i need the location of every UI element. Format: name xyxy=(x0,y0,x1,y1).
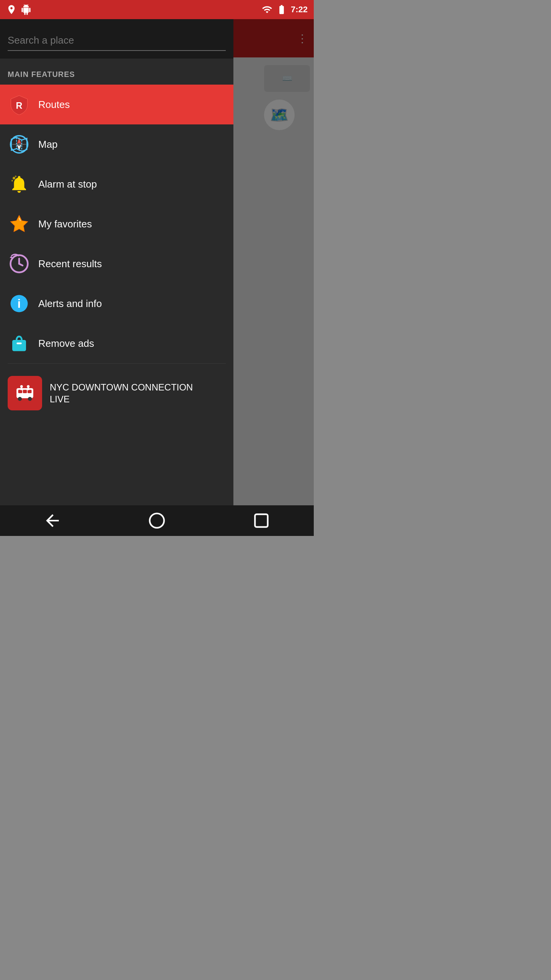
back-button[interactable] xyxy=(37,509,68,532)
svg-point-7 xyxy=(11,180,13,182)
svg-rect-19 xyxy=(23,390,27,393)
status-bar-left-icons xyxy=(6,4,31,15)
routes-label: Routes xyxy=(38,99,70,111)
svg-text:R: R xyxy=(16,101,23,111)
drawer-overlay: MAIN FEATURES R Routes xyxy=(0,19,314,536)
home-button[interactable] xyxy=(142,509,172,532)
recent-results-label: Recent results xyxy=(38,258,102,270)
svg-rect-18 xyxy=(18,390,23,393)
status-bar-right-icons: 7:22 xyxy=(262,4,308,15)
svg-rect-26 xyxy=(27,388,29,390)
menu-item-recent-results[interactable]: Recent results xyxy=(0,244,233,284)
alarm-at-stop-label: Alarm at stop xyxy=(38,178,97,190)
search-area xyxy=(0,19,233,59)
svg-rect-24 xyxy=(21,388,23,390)
svg-point-21 xyxy=(18,397,22,401)
map-label: Map xyxy=(38,139,58,150)
svg-rect-15 xyxy=(16,343,22,345)
nyc-connection-text: NYC DOWNTOWN CONNECTIONLIVE xyxy=(50,381,193,405)
svg-rect-20 xyxy=(28,390,32,393)
main-features-label: MAIN FEATURES xyxy=(0,59,233,85)
svg-point-6 xyxy=(13,177,15,180)
alerts-and-info-label: Alerts and info xyxy=(38,298,102,310)
nyc-connection-title: NYC DOWNTOWN CONNECTIONLIVE xyxy=(50,381,193,405)
remove-ads-label: Remove ads xyxy=(38,338,94,350)
routes-icon: R xyxy=(8,93,31,116)
bottom-navigation-bar xyxy=(0,505,314,536)
star-icon xyxy=(8,212,31,235)
recents-button[interactable] xyxy=(246,509,277,532)
status-bar: 7:22 xyxy=(0,0,314,19)
svg-text:i: i xyxy=(18,297,21,310)
map-menu-icon xyxy=(8,133,31,156)
menu-item-my-favorites[interactable]: My favorites xyxy=(0,204,233,244)
drawer-dim-overlay[interactable] xyxy=(233,19,314,536)
signal-icon xyxy=(262,4,272,15)
svg-point-27 xyxy=(150,513,164,528)
menu-item-routes[interactable]: R Routes xyxy=(0,85,233,124)
menu-item-remove-ads[interactable]: Remove ads xyxy=(0,323,233,363)
svg-rect-28 xyxy=(255,514,268,527)
android-icon xyxy=(21,4,31,15)
info-icon: i xyxy=(8,292,31,315)
location-icon xyxy=(6,4,17,15)
bell-icon xyxy=(8,173,31,196)
svg-marker-9 xyxy=(11,216,28,232)
search-input[interactable] xyxy=(8,31,226,51)
svg-point-23 xyxy=(20,385,23,388)
navigation-drawer: MAIN FEATURES R Routes xyxy=(0,19,233,536)
svg-point-22 xyxy=(28,397,32,401)
bag-icon xyxy=(8,332,31,355)
battery-icon xyxy=(276,4,288,15)
time-display: 7:22 xyxy=(291,5,308,15)
menu-item-nyc-connection[interactable]: NYC DOWNTOWN CONNECTIONLIVE xyxy=(0,368,233,419)
svg-point-25 xyxy=(27,385,29,388)
svg-rect-14 xyxy=(12,340,26,351)
my-favorites-label: My favorites xyxy=(38,218,92,230)
nyc-connection-icon xyxy=(8,376,42,410)
menu-item-alarm-at-stop[interactable]: Alarm at stop xyxy=(0,164,233,204)
menu-item-alerts-and-info[interactable]: i Alerts and info xyxy=(0,284,233,323)
clock-icon xyxy=(8,252,31,275)
menu-item-map[interactable]: Map xyxy=(0,124,233,164)
svg-point-8 xyxy=(15,176,17,178)
menu-divider xyxy=(8,363,226,364)
